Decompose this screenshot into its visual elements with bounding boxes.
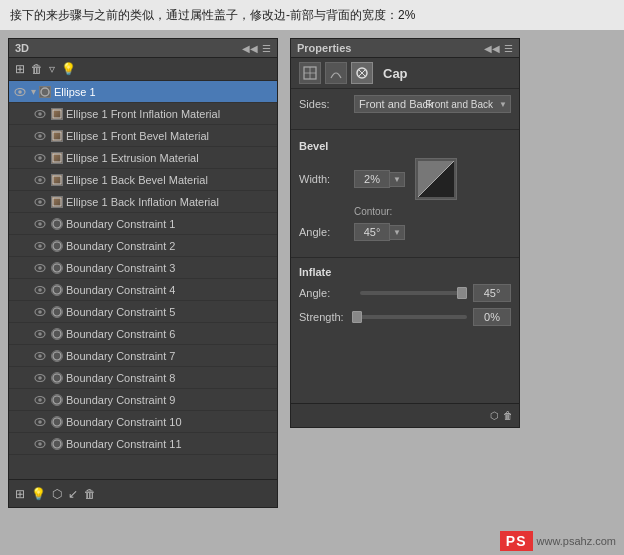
inflate-angle-value[interactable]: 45°	[473, 284, 511, 302]
layer-bc9[interactable]: Boundary Constraint 9	[9, 389, 277, 411]
prop-icon-deform[interactable]	[325, 62, 347, 84]
layer-bc6[interactable]: Boundary Constraint 6	[9, 323, 277, 345]
panel-3d-collapse-icon[interactable]: ◀◀	[242, 43, 258, 54]
inflate-angle-label: Angle:	[299, 287, 354, 299]
eye-bc8[interactable]	[33, 371, 47, 385]
eye-ellipse1[interactable]	[13, 85, 27, 99]
layer-bc1[interactable]: Boundary Constraint 1	[9, 213, 277, 235]
panel-3d-menu-icon[interactable]: ☰	[262, 43, 271, 54]
bevel-width-input-group: ▼	[354, 170, 405, 188]
bevel-width-arrow[interactable]: ▼	[390, 172, 405, 187]
eye-back-inflation[interactable]	[33, 195, 47, 209]
instruction-text: 接下的来步骤与之前的类似，通过属性盖子，修改边-前部与背面的宽度：2%	[10, 8, 415, 22]
thumb-bc10	[51, 416, 63, 428]
layer-name-bc7: Boundary Constraint 7	[66, 350, 175, 362]
sides-select-wrapper: Front and Back Front Back None Front and…	[354, 95, 511, 113]
3d-bottom-icon4[interactable]: ↙	[68, 487, 78, 501]
layer-bc8[interactable]: Boundary Constraint 8	[9, 367, 277, 389]
contour-preview[interactable]	[415, 158, 457, 200]
layer-bc10[interactable]: Boundary Constraint 10	[9, 411, 277, 433]
layer-name-bc10: Boundary Constraint 10	[66, 416, 182, 428]
prop-bottom-icon2[interactable]: 🗑	[503, 410, 513, 421]
layer-name-bc8: Boundary Constraint 8	[66, 372, 175, 384]
trash-icon[interactable]: 🗑	[31, 62, 43, 76]
eye-front-inflation[interactable]	[33, 107, 47, 121]
scene-filter-icon[interactable]: ⊞	[15, 62, 25, 76]
eye-extrusion[interactable]	[33, 151, 47, 165]
layer-name-bc6: Boundary Constraint 6	[66, 328, 175, 340]
svg-point-49	[38, 442, 42, 446]
eye-bc1[interactable]	[33, 217, 47, 231]
svg-point-22	[38, 244, 42, 248]
svg-point-35	[53, 330, 61, 338]
layer-bc3[interactable]: Boundary Constraint 3	[9, 257, 277, 279]
properties-collapse-icon[interactable]: ◀◀	[484, 43, 500, 54]
layer-name-bc11: Boundary Constraint 11	[66, 438, 182, 450]
properties-menu-icon[interactable]: ☰	[504, 43, 513, 54]
layer-back-inflation[interactable]: Ellipse 1 Back Inflation Material	[9, 191, 277, 213]
layer-name-back-bevel: Ellipse 1 Back Bevel Material	[66, 174, 208, 186]
eye-bc6[interactable]	[33, 327, 47, 341]
bevel-width-label: Width:	[299, 173, 354, 185]
eye-bc3[interactable]	[33, 261, 47, 275]
layer-back-bevel[interactable]: Ellipse 1 Back Bevel Material	[9, 169, 277, 191]
inflate-angle-thumb[interactable]	[457, 287, 467, 299]
eye-bc7[interactable]	[33, 349, 47, 363]
prop-icon-cap[interactable]	[351, 62, 373, 84]
sides-label: Sides:	[299, 98, 354, 110]
thumb-bc2	[51, 240, 63, 252]
thumb-bc1	[51, 218, 63, 230]
bevel-divider	[291, 129, 519, 130]
svg-point-16	[38, 200, 42, 204]
filter-icon[interactable]: ▿	[49, 62, 55, 76]
layer-bc11[interactable]: Boundary Constraint 11	[9, 433, 277, 455]
svg-point-38	[53, 352, 61, 360]
eye-bc2[interactable]	[33, 239, 47, 253]
eye-bc11[interactable]	[33, 437, 47, 451]
svg-point-28	[38, 288, 42, 292]
svg-rect-11	[53, 154, 61, 162]
bevel-angle-input[interactable]	[354, 223, 390, 241]
layer-front-inflation[interactable]: Ellipse 1 Front Inflation Material	[9, 103, 277, 125]
layer-thumb-ellipse1	[39, 86, 51, 98]
bevel-angle-arrow[interactable]: ▼	[390, 225, 405, 240]
inflate-strength-slider[interactable]	[360, 315, 467, 319]
bevel-angle-label: Angle:	[299, 226, 354, 238]
svg-point-20	[53, 220, 61, 228]
3d-bottom-icon3[interactable]: ⬡	[52, 487, 62, 501]
svg-point-47	[53, 418, 61, 426]
prop-icon-mesh[interactable]	[299, 62, 321, 84]
layer-bc5[interactable]: Boundary Constraint 5	[9, 301, 277, 323]
layer-bc7[interactable]: Boundary Constraint 7	[9, 345, 277, 367]
contour-label: Contour:	[354, 206, 392, 217]
layer-name-extrusion: Ellipse 1 Extrusion Material	[66, 152, 199, 164]
inflate-angle-slider[interactable]	[360, 291, 467, 295]
eye-back-bevel[interactable]	[33, 173, 47, 187]
inflate-strength-value[interactable]: 0%	[473, 308, 511, 326]
thumb-extrusion	[51, 152, 63, 164]
3d-bottom-icon5[interactable]: 🗑	[84, 487, 96, 501]
bevel-width-input[interactable]	[354, 170, 390, 188]
properties-header: Properties ◀◀ ☰	[291, 39, 519, 58]
panel-3d-bottom: ⊞ 💡 ⬡ ↙ 🗑	[9, 479, 277, 507]
layer-extrusion[interactable]: Ellipse 1 Extrusion Material	[9, 147, 277, 169]
prop-bottom-icon1[interactable]: ⬡	[490, 410, 499, 421]
eye-front-bevel[interactable]	[33, 129, 47, 143]
3d-bottom-icon2[interactable]: 💡	[31, 487, 46, 501]
layer-ellipse1[interactable]: ▾ Ellipse 1	[9, 81, 277, 103]
3d-bottom-icon1[interactable]: ⊞	[15, 487, 25, 501]
eye-bc10[interactable]	[33, 415, 47, 429]
sides-select[interactable]: Front and Back Front Back None	[354, 95, 511, 113]
svg-point-41	[53, 374, 61, 382]
light-filter-icon[interactable]: 💡	[61, 62, 76, 76]
layer-front-bevel[interactable]: Ellipse 1 Front Bevel Material	[9, 125, 277, 147]
inflate-strength-thumb[interactable]	[352, 311, 362, 323]
layer-bc4[interactable]: Boundary Constraint 4	[9, 279, 277, 301]
panel-3d: 3D ◀◀ ☰ ⊞ 🗑 ▿ 💡 ▾ Ellipse 1	[8, 38, 278, 508]
eye-bc5[interactable]	[33, 305, 47, 319]
thumb-bc11	[51, 438, 63, 450]
eye-bc4[interactable]	[33, 283, 47, 297]
layer-bc2[interactable]: Boundary Constraint 2	[9, 235, 277, 257]
eye-bc9[interactable]	[33, 393, 47, 407]
fold-ellipse1[interactable]: ▾	[31, 86, 36, 97]
